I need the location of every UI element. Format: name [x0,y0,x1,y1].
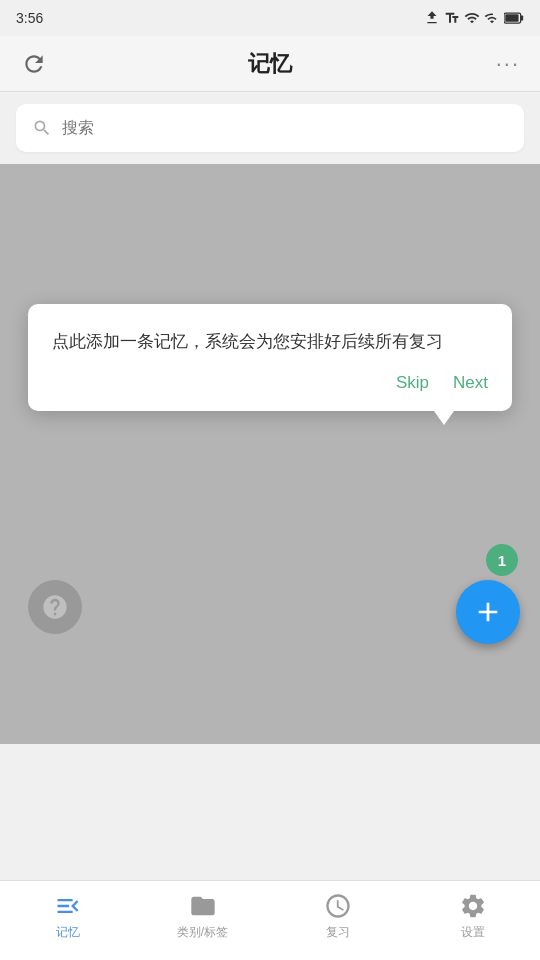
page-title: 记忆 [248,49,292,79]
nav-item-categories[interactable]: 类别/标签 [173,892,233,941]
refresh-button[interactable] [16,46,52,82]
add-button[interactable] [456,580,520,644]
plus-icon [472,596,504,628]
refresh-icon [21,51,47,77]
skip-button[interactable]: Skip [396,373,429,393]
svg-rect-1 [521,16,524,21]
app-header: 记忆 ··· [0,36,540,92]
status-bar: 3:56 [0,0,540,36]
categories-label: 类别/标签 [177,924,228,941]
notes-label: 记忆 [56,924,80,941]
settings-icon [459,892,487,920]
more-dots: ··· [496,51,520,76]
search-icon [32,118,52,138]
download-icon [424,10,440,26]
svg-rect-2 [505,14,518,22]
search-bar[interactable] [16,104,524,152]
next-button[interactable]: Next [453,373,488,393]
wifi-icon [464,10,480,26]
status-icons [424,10,524,26]
review-icon [324,892,352,920]
status-time: 3:56 [16,10,43,26]
nav-item-review[interactable]: 复习 [308,892,368,941]
overlay [0,164,540,744]
battery-icon [504,11,524,25]
notes-icon [54,892,82,920]
tooltip-actions: Skip Next [52,373,488,393]
categories-icon [189,892,217,920]
fab-badge: 1 [486,544,518,576]
settings-label: 设置 [461,924,485,941]
tooltip-text: 点此添加一条记忆，系统会为您安排好后续所有复习 [52,328,488,355]
text-input-icon [444,10,460,26]
nav-item-settings[interactable]: 设置 [443,892,503,941]
review-label: 复习 [326,924,350,941]
time-display: 3:56 [16,10,43,26]
fab-area: 1 [456,544,520,644]
signal-icon [484,10,500,26]
search-input[interactable] [62,119,508,137]
tooltip-popup: 点此添加一条记忆，系统会为您安排好后续所有复习 Skip Next [28,304,512,411]
more-button[interactable]: ··· [492,51,524,77]
bottom-nav: 记忆 类别/标签 复习 设置 [0,880,540,960]
nav-item-notes[interactable]: 记忆 [38,892,98,941]
main-content: 点此添加一条记忆，系统会为您安排好后续所有复习 Skip Next 1 [0,164,540,744]
